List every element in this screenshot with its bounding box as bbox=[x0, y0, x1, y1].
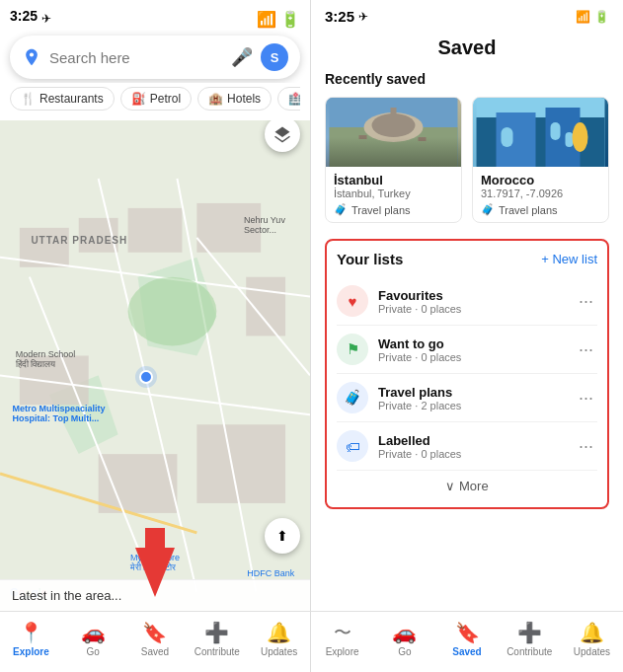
explore-label-right: Explore bbox=[326, 646, 359, 657]
travel-bag-icon-istanbul: 🧳 bbox=[334, 203, 348, 216]
go-label-left: Go bbox=[87, 646, 100, 657]
svg-rect-25 bbox=[391, 108, 397, 127]
filter-hotels[interactable]: 🏨 Hotels bbox=[197, 87, 272, 111]
istanbul-name: İstanbul bbox=[334, 173, 453, 187]
filter-bar: 🍴 Restaurants ⛽ Petrol 🏨 Hotels 🏥 Hospit… bbox=[10, 83, 300, 116]
svg-rect-7 bbox=[246, 277, 285, 336]
search-placeholder: Search here bbox=[49, 49, 223, 66]
morocco-tag-label: Travel plans bbox=[499, 204, 558, 216]
favourites-name: Favourites bbox=[378, 288, 575, 303]
red-arrow-indicator bbox=[130, 528, 180, 601]
nav-saved-left[interactable]: 🔖 Saved bbox=[124, 621, 187, 657]
list-item-favourites[interactable]: ♥ Favourites Private · 0 places ··· bbox=[337, 277, 597, 326]
labelled-icon: 🏷 bbox=[337, 430, 368, 462]
recently-saved-label: Recently saved bbox=[325, 71, 609, 87]
nav-explore-left[interactable]: 📍 Explore bbox=[0, 621, 62, 657]
filter-restaurants[interactable]: 🍴 Restaurants bbox=[10, 87, 115, 111]
filter-label-restaurants: Restaurants bbox=[39, 92, 104, 106]
saved-label-left: Saved bbox=[141, 646, 169, 657]
morocco-tag: 🧳 Travel plans bbox=[481, 203, 600, 216]
map-label-modern-school: Modern Schoolहिंदी विद्यालय bbox=[16, 349, 76, 370]
map-label-hdfc: HDFC Bank bbox=[247, 568, 294, 578]
favourites-info: Favourites Private · 0 places bbox=[378, 288, 575, 315]
want-to-go-more-button[interactable]: ··· bbox=[575, 337, 597, 362]
travel-bag-icon-morocco: 🧳 bbox=[481, 203, 495, 216]
svg-rect-5 bbox=[128, 208, 183, 253]
contribute-label-left: Contribute bbox=[195, 646, 240, 657]
saved-label-right: Saved bbox=[452, 646, 481, 657]
right-time: 3:25 bbox=[325, 8, 354, 25]
istanbul-tag-label: Travel plans bbox=[351, 204, 411, 216]
saved-icon-right: 🔖 bbox=[455, 621, 480, 644]
svg-rect-32 bbox=[502, 127, 513, 147]
labelled-more-button[interactable]: ··· bbox=[575, 434, 597, 459]
map-label-metro-hospital: Metro MultispeacialityHospital: Top Mult… bbox=[13, 404, 106, 423]
favourites-icon: ♥ bbox=[337, 285, 368, 317]
recently-saved-section: İstanbul İstanbul, Turkey 🧳 Travel plans bbox=[325, 97, 609, 223]
left-panel: UTTAR PRADESH Modern Schoolहिंदी विद्याल… bbox=[0, 0, 311, 672]
nav-contribute-right[interactable]: ➕ Contribute bbox=[499, 621, 561, 657]
nav-go-left[interactable]: 🚗 Go bbox=[62, 621, 124, 657]
map-label-uttar-pradesh: UTTAR PRADESH bbox=[31, 235, 127, 246]
nav-explore-right[interactable]: 〜 Explore bbox=[311, 621, 373, 657]
morocco-card-info: Morocco 31.7917, -7.0926 🧳 Travel plans bbox=[473, 167, 608, 222]
istanbul-tag: 🧳 Travel plans bbox=[334, 203, 453, 216]
place-card-istanbul[interactable]: İstanbul İstanbul, Turkey 🧳 Travel plans bbox=[325, 97, 462, 223]
explore-icon-right: 〜 bbox=[334, 621, 351, 644]
more-button[interactable]: ∨ More bbox=[337, 471, 597, 497]
istanbul-photo bbox=[326, 98, 461, 167]
left-bottom-nav: 📍 Explore 🚗 Go 🔖 Saved ➕ Contribute 🔔 Up… bbox=[0, 611, 310, 672]
right-status-bar: 3:25 ✈ 📶 🔋 bbox=[311, 0, 623, 29]
travel-plans-meta: Private · 2 places bbox=[378, 400, 575, 411]
wifi-icon-right: 📶 bbox=[576, 10, 590, 24]
updates-icon-left: 🔔 bbox=[267, 621, 291, 644]
compass-button[interactable]: ⬆ bbox=[265, 518, 300, 554]
favourites-meta: Private · 0 places bbox=[378, 303, 575, 315]
favourites-more-button[interactable]: ··· bbox=[575, 289, 597, 314]
list-item-want-to-go[interactable]: ⚑ Want to go Private · 0 places ··· bbox=[337, 326, 597, 374]
battery-icon-left: 🔋 bbox=[280, 10, 300, 29]
list-item-travel-plans[interactable]: 🧳 Travel plans Private · 2 places ··· bbox=[337, 374, 597, 422]
contribute-icon-left: ➕ bbox=[204, 621, 229, 644]
nav-updates-right[interactable]: 🔔 Updates bbox=[561, 621, 623, 657]
nav-contribute-left[interactable]: ➕ Contribute bbox=[186, 621, 248, 657]
right-panel: 3:25 ✈ 📶 🔋 Saved Recently saved bbox=[311, 0, 623, 672]
search-bar[interactable]: Search here 🎤 S bbox=[10, 36, 300, 79]
contribute-icon-right: ➕ bbox=[517, 621, 542, 644]
svg-marker-19 bbox=[135, 528, 175, 597]
page-title: Saved bbox=[325, 29, 609, 71]
want-to-go-icon: ⚑ bbox=[337, 334, 368, 365]
filter-label-petrol: Petrol bbox=[150, 92, 181, 106]
right-bottom-nav: 〜 Explore 🚗 Go 🔖 Saved ➕ Contribute 🔔 Up… bbox=[311, 611, 623, 672]
nav-updates-left[interactable]: 🔔 Updates bbox=[248, 621, 310, 657]
nav-go-right[interactable]: 🚗 Go bbox=[373, 621, 435, 657]
place-card-morocco[interactable]: Morocco 31.7917, -7.0926 🧳 Travel plans bbox=[472, 97, 609, 223]
filter-label-hotels: Hotels bbox=[227, 92, 261, 106]
filter-petrol[interactable]: ⛽ Petrol bbox=[120, 87, 192, 111]
filter-hospitals[interactable]: 🏥 Hospita... bbox=[277, 87, 300, 111]
user-avatar[interactable]: S bbox=[261, 43, 288, 71]
go-icon-right: 🚗 bbox=[392, 621, 417, 644]
nav-saved-right[interactable]: 🔖 Saved bbox=[435, 621, 498, 657]
morocco-photo bbox=[473, 98, 608, 167]
travel-plans-more-button[interactable]: ··· bbox=[575, 386, 597, 411]
travel-plans-info: Travel plans Private · 2 places bbox=[378, 385, 575, 411]
istanbul-sub: İstanbul, Turkey bbox=[334, 187, 453, 199]
new-list-button[interactable]: + New list bbox=[541, 252, 597, 266]
microphone-icon[interactable]: 🎤 bbox=[231, 46, 253, 68]
explore-label-left: Explore bbox=[13, 646, 49, 657]
go-label-right: Go bbox=[398, 646, 411, 657]
map-label-nehru: Nehru YuvSector... bbox=[244, 215, 285, 235]
morocco-name: Morocco bbox=[481, 173, 600, 187]
want-to-go-meta: Private · 0 places bbox=[378, 351, 575, 363]
labelled-meta: Private · 0 places bbox=[378, 448, 575, 460]
layers-button[interactable] bbox=[265, 116, 300, 152]
want-to-go-info: Want to go Private · 0 places bbox=[378, 336, 575, 363]
google-maps-pin-icon bbox=[22, 47, 41, 67]
svg-point-35 bbox=[573, 122, 588, 152]
labelled-name: Labelled bbox=[378, 433, 575, 448]
location-arrow-icon-right: ✈ bbox=[358, 10, 368, 24]
svg-rect-33 bbox=[551, 122, 561, 140]
list-item-labelled[interactable]: 🏷 Labelled Private · 0 places ··· bbox=[337, 422, 597, 471]
user-location-dot bbox=[139, 370, 153, 384]
